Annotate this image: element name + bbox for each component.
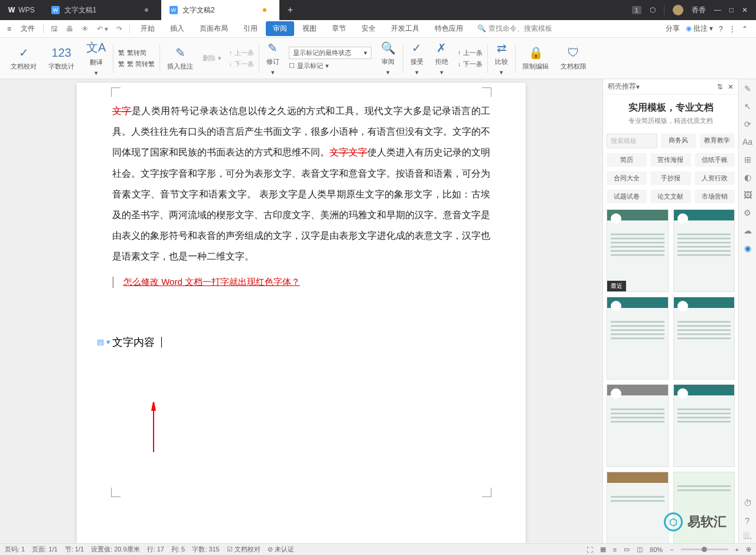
template-search[interactable]: 搜索模板 <box>607 134 657 148</box>
template-thumb[interactable]: 最近 <box>607 209 669 292</box>
rail-style-icon[interactable]: Aa <box>742 137 752 147</box>
reject-button[interactable]: ✗拒绝 ▾ <box>429 41 454 76</box>
document-tab-2[interactable]: W 文字文稿2 <box>161 0 279 20</box>
panel-close-icon[interactable]: ✕ <box>728 83 734 91</box>
tab-dev[interactable]: 开发工具 <box>384 21 426 36</box>
gift-icon[interactable]: ⬡ <box>650 6 656 14</box>
rail-edit-icon[interactable]: ✎ <box>744 84 751 93</box>
view-outline-icon[interactable]: ≡ <box>613 546 617 553</box>
tab-view[interactable]: 视图 <box>295 21 324 36</box>
zoom-value[interactable]: 80% <box>650 546 663 553</box>
template-thumb[interactable] <box>607 472 669 543</box>
document-area[interactable]: 文字是人类用符号记录表达信息以传之久远的方式和工具。现代文字大多是记录语言的工具… <box>0 79 602 543</box>
heading-text[interactable]: ▤ ▾ 文字内容 <box>112 335 490 349</box>
notification-badge[interactable]: 1 <box>632 6 641 14</box>
cat-hr[interactable]: 人资行政 <box>695 171 735 185</box>
user-avatar[interactable] <box>673 5 683 15</box>
template-thumb[interactable] <box>673 472 735 543</box>
show-markup-button[interactable]: ☐ 显示标记 ▾ <box>289 61 372 70</box>
rail-refresh-icon[interactable]: ⟳ <box>744 119 751 129</box>
review-pane-button[interactable]: 🔍审阅 ▾ <box>375 41 402 76</box>
save-icon[interactable]: 🖫 <box>47 22 61 35</box>
rail-select-icon[interactable]: ↖ <box>744 102 751 111</box>
track-changes-button[interactable]: ✎修订 ▾ <box>260 41 285 76</box>
wordcount-button[interactable]: 123字数统计 <box>43 41 80 76</box>
close-icon[interactable]: ✕ <box>742 6 748 14</box>
share-button[interactable]: 分享 <box>666 24 680 34</box>
maximize-icon[interactable]: □ <box>729 6 734 14</box>
rail-shape-icon[interactable]: ◐ <box>744 173 751 182</box>
translate-button[interactable]: 文A翻译 ▾ <box>80 41 112 76</box>
cat-poster[interactable]: 宣传海报 <box>650 153 690 167</box>
rail-link-icon[interactable]: ⚙ <box>744 208 751 218</box>
template-thumb[interactable] <box>673 209 735 292</box>
tab-section[interactable]: 章节 <box>325 21 353 36</box>
rail-time-icon[interactable]: ⏱ <box>744 498 752 508</box>
status-section[interactable]: 节: 1/1 <box>65 545 84 554</box>
rail-cloud-icon[interactable]: ☁ <box>744 226 752 235</box>
rail-image-icon[interactable]: 🖼 <box>744 190 752 200</box>
cat-business[interactable]: 商务风 <box>661 134 696 148</box>
page[interactable]: 文字是人类用符号记录表达信息以传之久远的方式和工具。现代文字大多是记录语言的工具… <box>77 83 526 543</box>
zoom-slider[interactable] <box>681 548 728 550</box>
prev-change-button[interactable]: ↑ 上一条 <box>458 48 483 57</box>
template-thumb[interactable] <box>607 297 669 379</box>
fit-icon[interactable]: ⊕ <box>746 546 751 553</box>
cat-contract[interactable]: 合同大全 <box>607 171 647 185</box>
insert-comment-button[interactable]: ✎插入批注 <box>161 41 199 76</box>
cat-education[interactable]: 教育教学 <box>700 134 735 148</box>
print-preview-icon[interactable]: 👁 <box>78 22 92 35</box>
minimize-icon[interactable]: — <box>714 6 721 14</box>
zoom-out-icon[interactable]: − <box>670 546 673 553</box>
cat-exam[interactable]: 试题试卷 <box>607 190 647 203</box>
tab-layout[interactable]: 页面布局 <box>193 21 235 36</box>
rail-more-icon[interactable]: ⋯ <box>744 534 752 543</box>
outline-icon[interactable]: ▤ ▾ <box>97 337 110 346</box>
menu-icon[interactable]: ≡ <box>4 22 15 35</box>
trad-simp-button[interactable]: 繁 繁 简转繁 <box>118 60 155 69</box>
rail-help-icon[interactable]: ? <box>745 516 750 525</box>
rail-template-icon[interactable]: ◉ <box>744 244 751 253</box>
body-paragraph[interactable]: 文字是人类用符号记录表达信息以传之久远的方式和工具。现代文字大多是记录语言的工具… <box>112 100 490 267</box>
cat-handcopy[interactable]: 手抄报 <box>650 171 690 185</box>
simp-trad-button[interactable]: 繁 繁转简 <box>118 48 155 57</box>
accept-button[interactable]: ✓接受 ▾ <box>405 41 429 76</box>
tab-reference[interactable]: 引用 <box>236 21 265 36</box>
compare-button[interactable]: ⇄比较 ▾ <box>489 41 514 76</box>
template-thumb[interactable] <box>607 384 669 467</box>
template-thumb[interactable] <box>673 297 735 379</box>
proofing-button[interactable]: ✓文档校对 <box>5 41 43 76</box>
collapse-icon[interactable]: ⌃ <box>742 25 748 33</box>
zoom-in-icon[interactable]: + <box>735 546 739 553</box>
markup-display-combo[interactable]: 显示标记的最终状态▾ <box>289 47 372 59</box>
search-box[interactable]: 🔍 查找命令、搜索模板 <box>471 24 558 34</box>
quote-link[interactable]: 怎么修改 Word 文档一打字就出现红色字体？ <box>112 277 490 288</box>
next-change-button[interactable]: ↓ 下一条 <box>458 60 483 69</box>
tab-special[interactable]: 特色应用 <box>428 21 470 36</box>
annotate-button[interactable]: ◉ 批注 ▾ <box>686 24 713 34</box>
tab-insert[interactable]: 插入 <box>163 21 191 36</box>
redo-icon[interactable]: ↷ <box>113 22 126 35</box>
cat-letter[interactable]: 信纸手账 <box>695 153 735 167</box>
new-tab-button[interactable]: + <box>279 5 301 15</box>
template-thumb[interactable] <box>673 384 735 467</box>
cat-marketing[interactable]: 市场营销 <box>695 190 735 203</box>
status-pages[interactable]: 页面: 1/1 <box>32 545 57 554</box>
status-proof[interactable]: ☑ 文档校对 <box>227 545 260 554</box>
tab-start[interactable]: 开始 <box>133 21 162 36</box>
restrict-edit-button[interactable]: 🔒限制编辑 <box>517 41 555 76</box>
view-web-icon[interactable]: ▭ <box>624 546 630 553</box>
cat-paper[interactable]: 论文文献 <box>650 190 690 203</box>
view-read-icon[interactable]: ◫ <box>637 546 643 553</box>
fullscreen-icon[interactable]: ⛶ <box>586 546 593 553</box>
status-auth[interactable]: ⊘ 未认证 <box>268 545 294 554</box>
cat-resume[interactable]: 简历 <box>607 153 647 167</box>
doc-permission-button[interactable]: 🛡文档权限 <box>555 41 592 76</box>
view-print-icon[interactable]: ▦ <box>600 546 606 553</box>
print-icon[interactable]: 🖶 <box>63 22 77 35</box>
more-icon[interactable]: ⋮ <box>729 25 736 33</box>
panel-settings-icon[interactable]: ⇅ <box>717 83 723 91</box>
help-icon[interactable]: ? <box>719 25 723 33</box>
file-menu[interactable]: 文件 <box>16 21 40 36</box>
tab-review[interactable]: 审阅 <box>266 21 294 36</box>
